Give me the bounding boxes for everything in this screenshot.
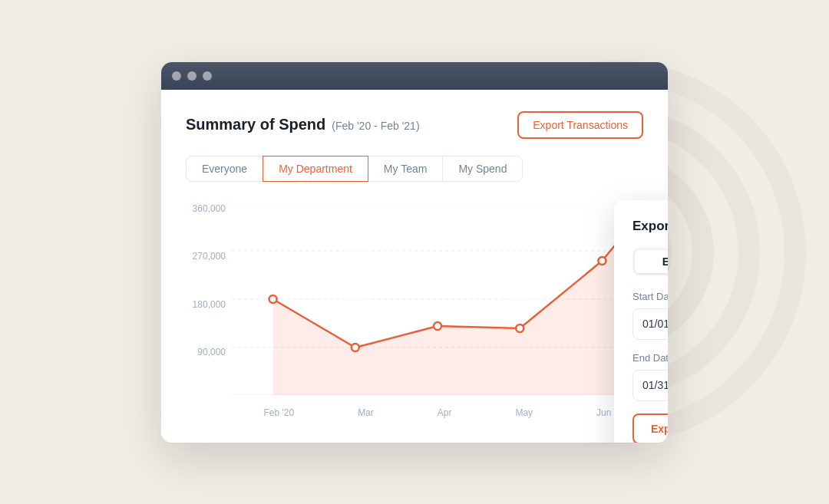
export-transactions-button[interactable]: Export Transactions bbox=[517, 111, 643, 139]
y-label-4: 360,000 bbox=[186, 203, 232, 214]
start-date-input[interactable]: 01/01/2021 📅 bbox=[632, 308, 668, 340]
header-row: Summary of Spend (Feb '20 - Feb '21) Exp… bbox=[186, 111, 643, 139]
x-label-mar: Mar bbox=[358, 407, 374, 418]
start-date-label: Start Date bbox=[632, 291, 668, 302]
x-axis: Feb '20 Mar Apr May Jun bbox=[232, 407, 643, 418]
traffic-light-yellow bbox=[187, 71, 197, 81]
x-label-may: May bbox=[515, 407, 533, 418]
y-label-3: 270,000 bbox=[186, 251, 232, 262]
page-subtitle: (Feb '20 - Feb '21) bbox=[332, 120, 419, 132]
modal-actions: Export Cancel bbox=[632, 413, 668, 443]
end-date-label: End Date bbox=[632, 352, 668, 364]
tab-my-spend[interactable]: My Spend bbox=[442, 156, 523, 182]
page-title: Summary of Spend bbox=[186, 116, 325, 133]
svg-point-7 bbox=[434, 322, 441, 330]
svg-point-8 bbox=[516, 324, 523, 332]
y-axis: 360,000 270,000 180,000 90,000 bbox=[186, 203, 232, 395]
page-content: Summary of Spend (Feb '20 - Feb '21) Exp… bbox=[161, 90, 668, 443]
export-modal: Export Transactions Excel CSV Start Date… bbox=[614, 200, 668, 443]
tabs-container: Everyone My Department My Team My Spend bbox=[186, 156, 643, 182]
svg-point-9 bbox=[598, 257, 606, 265]
end-date-value: 01/31/2021 bbox=[642, 379, 668, 391]
svg-point-5 bbox=[269, 295, 277, 303]
chart-svg-area bbox=[232, 203, 643, 395]
x-label-apr: Apr bbox=[438, 407, 452, 418]
traffic-light-green bbox=[203, 71, 212, 81]
modal-title: Export Transactions bbox=[632, 219, 668, 234]
line-chart-svg bbox=[232, 203, 643, 395]
spend-chart: 360,000 270,000 180,000 90,000 bbox=[186, 203, 643, 418]
browser-window: Summary of Spend (Feb '20 - Feb '21) Exp… bbox=[161, 62, 668, 443]
tab-my-team[interactable]: My Team bbox=[368, 156, 444, 182]
y-label-2: 180,000 bbox=[186, 299, 232, 310]
format-option-excel[interactable]: Excel bbox=[635, 250, 668, 273]
end-date-input[interactable]: 01/31/2021 📅 bbox=[632, 370, 668, 401]
x-label-feb: Feb '20 bbox=[263, 407, 294, 418]
format-toggle: Excel CSV bbox=[632, 248, 668, 275]
start-date-value: 01/01/2021 bbox=[642, 318, 668, 330]
title-group: Summary of Spend (Feb '20 - Feb '21) bbox=[186, 116, 420, 133]
modal-export-button[interactable]: Export bbox=[632, 413, 668, 443]
y-label-1: 90,000 bbox=[186, 347, 232, 357]
svg-point-6 bbox=[352, 344, 359, 351]
x-label-jun: Jun bbox=[596, 407, 611, 418]
traffic-light-red bbox=[172, 71, 181, 81]
tab-everyone[interactable]: Everyone bbox=[186, 156, 263, 182]
tab-my-department[interactable]: My Department bbox=[263, 156, 368, 182]
browser-titlebar bbox=[161, 62, 668, 90]
